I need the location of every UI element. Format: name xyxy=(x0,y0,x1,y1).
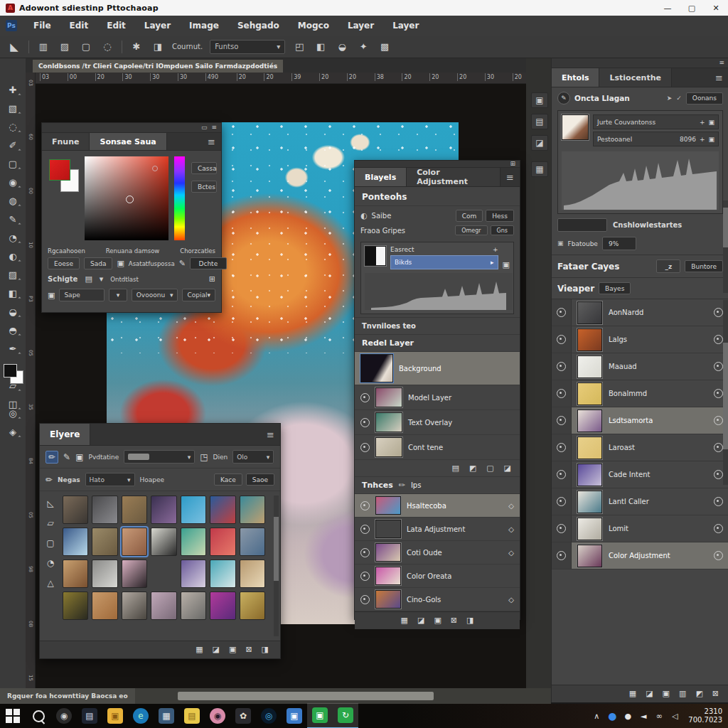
lasso-option-icon[interactable]: ◌ xyxy=(100,41,114,52)
adjustment-row[interactable]: Color Oreata xyxy=(355,564,520,588)
layer-thumbnail[interactable] xyxy=(375,543,401,562)
document-tab[interactable]: Conldbsons /tr Clieri Capolee/tri IOmpdu… xyxy=(33,60,283,73)
layer-row-selected[interactable]: Lsdtsamorta xyxy=(552,407,728,434)
eye-toggle-icon[interactable] xyxy=(360,393,370,402)
eye-toggle-icon[interactable] xyxy=(557,308,566,317)
cassa-button[interactable]: Cassa xyxy=(191,162,217,174)
eye-toggle-icon[interactable] xyxy=(360,548,370,557)
layer-thumbnail[interactable] xyxy=(577,355,602,378)
taskbar-app-green-camera[interactable]: ▣ xyxy=(307,703,333,728)
new-layer-icon[interactable]: ◨ xyxy=(466,616,473,625)
lasso-icon[interactable]: ▱ xyxy=(47,518,53,528)
adjustment-row[interactable]: Lata Adjustment ◇ xyxy=(355,518,520,541)
heal-tool-icon[interactable]: ◍ xyxy=(4,193,21,208)
tab-fnune[interactable]: Fnune xyxy=(42,133,90,150)
adjustment-icon[interactable]: ◪ xyxy=(504,464,511,473)
layer-thumbnail[interactable] xyxy=(360,354,393,382)
pin-icon[interactable]: ➤ xyxy=(667,95,673,102)
layer-row[interactable]: AonNardd xyxy=(552,299,728,326)
info-panel-icon[interactable]: ◪ xyxy=(531,135,548,151)
panel-options-icon[interactable]: ⊞ xyxy=(510,161,515,167)
pen-icon[interactable]: ✎ xyxy=(63,452,70,462)
chevron-down-icon[interactable]: ▾ xyxy=(109,289,127,301)
menu-mode[interactable]: Mogco xyxy=(289,21,338,31)
maximize-button[interactable]: ▢ xyxy=(680,0,704,16)
fill-icon[interactable]: ▣ xyxy=(434,616,441,625)
settings-option-icon[interactable]: ✱ xyxy=(129,41,144,52)
box-icon[interactable]: ▣ xyxy=(117,259,124,268)
history-brush-tool-icon[interactable]: ◐ xyxy=(4,248,21,264)
panel-menu-icon[interactable]: ≡ xyxy=(500,168,520,186)
sparkle-option-icon[interactable]: ✦ xyxy=(356,41,370,52)
tab-color-adjustment[interactable]: Color Adjustment xyxy=(407,168,500,186)
bayes-dropdown[interactable]: Bayes xyxy=(599,282,631,294)
layer-thumbnail[interactable] xyxy=(375,496,401,515)
layer-thumbnail[interactable] xyxy=(375,437,402,457)
board-option-icon[interactable]: ▩ xyxy=(378,41,392,52)
eye-toggle-icon[interactable] xyxy=(557,551,566,560)
box-icon[interactable]: ▣ xyxy=(503,260,510,269)
layer-thumbnail[interactable] xyxy=(577,328,602,351)
eye-toggle-icon[interactable] xyxy=(714,551,723,560)
opacity-value[interactable]: 9% xyxy=(602,237,636,250)
layer-thumbnail[interactable] xyxy=(577,382,602,405)
saturation-value-field[interactable] xyxy=(85,156,168,240)
folder-icon[interactable]: ▤ xyxy=(85,274,92,284)
adjustment-thumbnail[interactable] xyxy=(562,114,589,140)
eye-toggle-icon[interactable] xyxy=(557,443,566,452)
preset-dropdown[interactable]: Funtso ▾ xyxy=(210,40,285,54)
crop-tool-icon[interactable]: ▢ xyxy=(4,156,21,171)
brush-thumbnail[interactable] xyxy=(63,528,88,556)
stamp-icon[interactable]: ◳ xyxy=(200,452,208,462)
layer-row[interactable]: Cade Intent xyxy=(552,461,728,488)
eye-toggle-icon[interactable] xyxy=(557,524,566,533)
taskbar-app-camera[interactable]: ◉ xyxy=(51,704,77,728)
quick-select-tool-icon[interactable]: ✐ xyxy=(4,137,21,153)
layer-thumbnail[interactable] xyxy=(375,567,401,585)
infinity-icon[interactable]: ∞ xyxy=(653,712,665,721)
personal-row[interactable]: Pestooanel 8096 + ▣ xyxy=(593,132,719,146)
z-box[interactable]: _z xyxy=(656,259,680,273)
tab-blayels[interactable]: Blayels xyxy=(355,168,407,186)
taskbar-app-notes[interactable]: ▤ xyxy=(179,704,205,728)
box-icon[interactable]: ▣ xyxy=(708,136,714,143)
eye-toggle-icon[interactable] xyxy=(360,595,370,604)
panel-menu-icon[interactable]: ≡ xyxy=(261,424,280,445)
blank-field[interactable] xyxy=(557,218,607,232)
crop-option-icon[interactable]: ▢ xyxy=(79,41,93,52)
brush-thumbnail[interactable] xyxy=(92,528,117,556)
layer-thumbnail[interactable] xyxy=(577,491,602,513)
layer-row[interactable]: Lalgs xyxy=(552,326,728,353)
taskbar-app-folder[interactable]: ▣ xyxy=(102,704,128,728)
brush-thumbnail[interactable] xyxy=(151,496,176,524)
layer-thumbnail[interactable] xyxy=(577,545,602,567)
marquee-tool-icon[interactable]: ▧ xyxy=(4,100,21,116)
minimize-button[interactable]: — xyxy=(655,0,680,16)
gradient-tool-icon[interactable]: ◧ xyxy=(4,285,21,301)
swatches-panel-icon[interactable]: ▦ xyxy=(531,161,548,177)
eye-toggle-icon[interactable] xyxy=(360,501,370,510)
layer-row[interactable]: Maauad xyxy=(552,353,728,380)
eye-toggle-icon[interactable] xyxy=(557,416,566,425)
lasso-tool-icon[interactable]: ◌ xyxy=(4,119,21,134)
shape-icon[interactable]: △ xyxy=(47,578,53,588)
list-icon[interactable]: ▦ xyxy=(196,645,203,654)
eye-toggle-icon[interactable] xyxy=(557,362,566,371)
eye-toggle-icon[interactable] xyxy=(557,335,566,344)
plus-icon[interactable]: + xyxy=(493,246,498,253)
eye-toggle-icon[interactable] xyxy=(714,335,723,344)
omegr-button[interactable]: Omegr xyxy=(455,225,487,235)
adjustment-row[interactable]: Cino-Gols ◇ xyxy=(355,588,520,611)
eye-toggle-icon[interactable] xyxy=(360,418,370,427)
grid-scrollbar[interactable] xyxy=(274,496,279,636)
list-icon[interactable]: ▦ xyxy=(401,616,408,625)
tab-elyere[interactable]: Elyere xyxy=(40,424,90,445)
eraser-tool-icon[interactable]: ▨ xyxy=(4,267,21,282)
brush-thumbnail[interactable] xyxy=(122,560,147,588)
taskbar-app-edge[interactable]: e xyxy=(128,704,154,728)
brush-thumbnail[interactable] xyxy=(181,528,206,556)
tray-expand-icon[interactable]: ∧ xyxy=(590,712,603,721)
layer-thumbnail[interactable] xyxy=(577,464,602,486)
hato-dropdown[interactable]: Hato ▾ xyxy=(85,473,135,486)
mask-icon[interactable]: ◪ xyxy=(213,645,220,654)
